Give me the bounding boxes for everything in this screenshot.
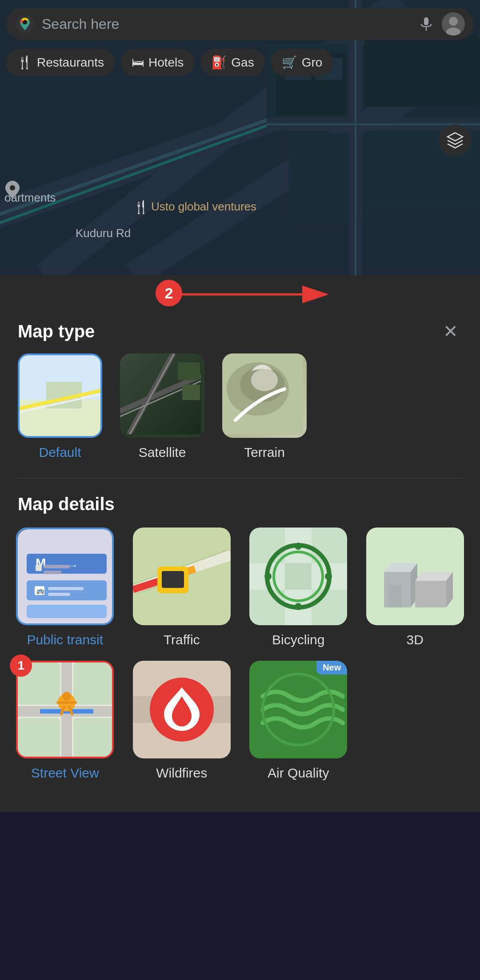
map-details-grid: M → 🚌 Public transit bbox=[0, 528, 480, 794]
detail-street-view-thumb bbox=[16, 661, 114, 758]
map-type-satellite[interactable]: Satellite bbox=[120, 353, 204, 460]
map-type-default-thumb bbox=[18, 353, 102, 438]
detail-public-transit[interactable]: M → 🚌 Public transit bbox=[13, 528, 117, 647]
grocery-label: Gro bbox=[302, 56, 323, 70]
map-type-default-label: Default bbox=[39, 445, 81, 460]
gas-pill[interactable]: ⛽ Gas bbox=[200, 49, 264, 76]
gas-icon: ⛽ bbox=[211, 55, 227, 70]
close-button[interactable]: ✕ bbox=[439, 320, 462, 343]
svg-point-21 bbox=[23, 20, 27, 24]
svg-point-97 bbox=[62, 692, 71, 701]
detail-bicycling[interactable]: Bicycling bbox=[247, 528, 350, 647]
close-icon: ✕ bbox=[443, 321, 458, 341]
svg-rect-53 bbox=[44, 571, 61, 574]
step1-badge: 1 bbox=[10, 655, 32, 677]
detail-traffic-label: Traffic bbox=[164, 632, 200, 647]
new-badge: New bbox=[316, 661, 347, 674]
map-type-title: Map type bbox=[18, 321, 95, 341]
search-bar[interactable]: Search here bbox=[6, 8, 474, 40]
detail-3d-thumb bbox=[366, 528, 464, 625]
svg-rect-59 bbox=[48, 593, 70, 596]
step2-indicator: 2 bbox=[0, 275, 480, 311]
detail-street-view-label: Street View bbox=[31, 766, 99, 781]
svg-rect-22 bbox=[424, 17, 428, 25]
layers-button[interactable] bbox=[439, 124, 471, 156]
maps-pin-icon bbox=[15, 14, 35, 34]
map-details-title: Map details bbox=[0, 478, 480, 528]
category-pills: 🍴 Restaurants 🛏 Hotels ⛽ Gas 🛒 Gro bbox=[6, 49, 333, 76]
map-type-row: Default bbox=[0, 353, 480, 478]
svg-rect-51 bbox=[36, 565, 42, 571]
map-background[interactable]: Search here 🍴 Restaurants 🛏 Hotels ⛽ bbox=[0, 0, 480, 275]
map-type-default[interactable]: Default bbox=[18, 353, 102, 460]
detail-public-transit-thumb: M → 🚌 bbox=[16, 528, 114, 625]
detail-bicycling-label: Bicycling bbox=[272, 632, 324, 647]
svg-rect-60 bbox=[27, 605, 107, 618]
step2-badge: 2 bbox=[156, 280, 182, 306]
map-type-satellite-label: Satellite bbox=[139, 445, 186, 460]
detail-public-transit-label: Public transit bbox=[27, 632, 103, 647]
grocery-pill[interactable]: 🛒 Gro bbox=[271, 49, 333, 76]
svg-rect-93 bbox=[18, 718, 60, 758]
grocery-icon: 🛒 bbox=[282, 55, 297, 70]
detail-traffic-thumb bbox=[133, 528, 231, 625]
mic-icon[interactable] bbox=[418, 16, 435, 32]
svg-point-25 bbox=[449, 17, 458, 26]
detail-wildfires-thumb bbox=[133, 661, 231, 758]
detail-bicycling-thumb bbox=[249, 528, 347, 625]
location-pin-icon bbox=[4, 180, 20, 199]
svg-rect-92 bbox=[73, 663, 114, 705]
restaurants-pill[interactable]: 🍴 Restaurants bbox=[6, 49, 115, 76]
restaurants-label: Restaurants bbox=[37, 56, 104, 70]
search-placeholder: Search here bbox=[42, 16, 411, 32]
svg-rect-69 bbox=[162, 571, 184, 588]
map-label-restaurant-icon: 🍴 bbox=[133, 200, 149, 214]
svg-rect-87 bbox=[388, 585, 402, 607]
svg-point-47 bbox=[251, 369, 278, 391]
map-type-terrain-thumb bbox=[222, 353, 307, 438]
hotels-icon: 🛏 bbox=[132, 55, 144, 70]
svg-rect-75 bbox=[285, 563, 312, 590]
map-type-terrain[interactable]: Terrain bbox=[222, 353, 307, 460]
step2-arrow bbox=[173, 283, 333, 306]
svg-rect-52 bbox=[44, 565, 70, 568]
detail-traffic[interactable]: Traffic bbox=[130, 528, 234, 647]
svg-point-76 bbox=[295, 543, 302, 550]
detail-air-quality[interactable]: New Air Quality bbox=[247, 661, 350, 781]
svg-point-79 bbox=[325, 573, 332, 580]
restaurants-icon: 🍴 bbox=[17, 55, 32, 70]
svg-point-78 bbox=[264, 573, 272, 580]
svg-rect-42 bbox=[178, 362, 200, 380]
svg-rect-43 bbox=[182, 385, 200, 400]
detail-3d-label: 3D bbox=[407, 632, 424, 647]
detail-air-quality-thumb: New bbox=[249, 661, 347, 758]
map-type-satellite-thumb bbox=[120, 353, 204, 438]
svg-rect-12 bbox=[364, 36, 480, 107]
svg-marker-27 bbox=[448, 133, 463, 141]
detail-3d[interactable]: 3D bbox=[364, 528, 467, 647]
map-type-terrain-label: Terrain bbox=[244, 445, 285, 460]
detail-wildfires[interactable]: Wildfires bbox=[130, 661, 234, 781]
hotels-pill[interactable]: 🛏 Hotels bbox=[121, 49, 194, 76]
svg-text:→: → bbox=[69, 560, 78, 570]
user-avatar[interactable] bbox=[442, 12, 465, 36]
map-label-kuduru: Kuduru Rd bbox=[76, 226, 131, 240]
bottom-sheet: 2 Map type ✕ bbox=[0, 275, 480, 812]
detail-air-quality-label: Air Quality bbox=[268, 766, 329, 781]
hotels-label: Hotels bbox=[148, 56, 184, 70]
layers-icon bbox=[446, 131, 464, 150]
svg-rect-58 bbox=[48, 587, 84, 590]
map-type-header: Map type ✕ bbox=[0, 311, 480, 353]
gas-label: Gas bbox=[231, 56, 254, 70]
detail-street-view[interactable]: 1 bbox=[13, 661, 117, 781]
svg-rect-84 bbox=[415, 581, 446, 607]
svg-point-28 bbox=[10, 185, 15, 190]
detail-wildfires-label: Wildfires bbox=[156, 766, 207, 781]
svg-rect-94 bbox=[73, 718, 114, 758]
svg-text:🚌: 🚌 bbox=[36, 587, 44, 595]
map-label-usto: Usto global ventures bbox=[151, 200, 256, 214]
svg-point-77 bbox=[295, 603, 302, 610]
